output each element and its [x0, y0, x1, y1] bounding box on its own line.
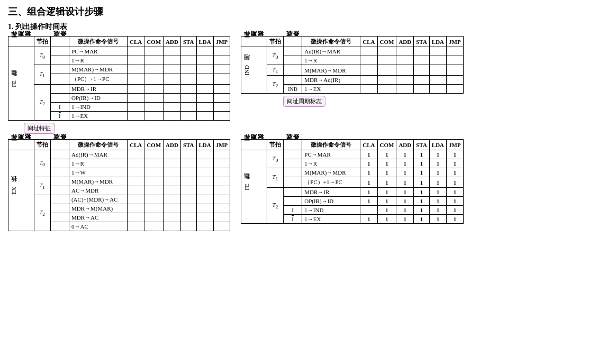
val: 1 — [396, 159, 414, 168]
op: Ad(IR)→MAR — [69, 150, 127, 159]
val: 1 — [414, 188, 430, 197]
val — [447, 76, 464, 85]
op: 1→EX — [302, 85, 360, 94]
cond — [50, 85, 69, 94]
val: 1 — [429, 159, 446, 168]
val — [429, 65, 446, 76]
table3-wrapper: 工作周期标记 节拍 状态条件 微操作命令信号 CLA COM ADD STA L… — [8, 139, 230, 231]
val — [196, 204, 213, 213]
val: 1 — [447, 159, 464, 168]
val: 1 — [429, 215, 446, 224]
val — [144, 186, 164, 195]
val: 1 — [377, 159, 396, 168]
val: 1 — [414, 215, 430, 224]
val — [144, 56, 164, 65]
cond — [283, 150, 302, 159]
th-cla-2: CLA — [360, 37, 377, 47]
val: 1 — [360, 150, 377, 159]
cond — [50, 213, 69, 222]
val — [196, 94, 213, 103]
table4-wrapper: 工作周期标记 节拍 状态条件 微操作命令信号 CLA COM ADD STA L… — [241, 139, 463, 224]
val: 1 — [447, 150, 464, 159]
val — [144, 103, 164, 112]
th-work-cycle-1: 工作周期标记 — [8, 37, 34, 47]
op: 1→EX — [69, 112, 127, 121]
val: 1 — [360, 168, 377, 177]
val — [196, 65, 213, 74]
val: 1 — [377, 206, 396, 215]
beat-t1-3: T1 — [34, 177, 50, 195]
val — [414, 47, 430, 56]
val: 1 — [396, 215, 414, 224]
beat-t2-3: T2 — [34, 195, 50, 231]
val — [127, 159, 144, 168]
val — [213, 56, 230, 65]
val: 1 — [447, 215, 464, 224]
op: MDR→Ad(IR) — [302, 76, 360, 85]
val — [144, 222, 164, 231]
val — [414, 65, 430, 76]
cond — [50, 56, 69, 65]
val — [164, 56, 181, 65]
val — [180, 150, 196, 159]
table2: 工作周期标记 节拍 状态条件 微操作命令信号 CLA COM ADD STA L… — [241, 36, 463, 94]
val — [164, 74, 181, 85]
cond-IND-bar: IND — [283, 85, 302, 94]
val — [144, 74, 164, 85]
op: 1→IND — [302, 206, 360, 215]
cond — [50, 168, 69, 177]
val — [196, 47, 213, 56]
th-com-1: COM — [144, 37, 164, 47]
val: 1 — [429, 197, 446, 206]
th-lda-2: LDA — [429, 37, 446, 47]
cond — [283, 47, 302, 56]
val — [144, 94, 164, 103]
cond — [50, 195, 69, 204]
val — [213, 150, 230, 159]
val — [377, 65, 396, 76]
val — [396, 65, 414, 76]
val — [144, 177, 164, 186]
th-jmp-2: JMP — [447, 37, 464, 47]
annotation-2: 间址周期标志 — [283, 96, 325, 107]
val — [414, 85, 430, 94]
val — [127, 204, 144, 213]
op: Ad(IR)→MAR — [302, 47, 360, 56]
table1: 工作周期标记 节拍 状态条件 微操作命令信号 CLA COM ADD STA L… — [8, 36, 230, 121]
op: OP(IR)→ID — [69, 94, 127, 103]
ex-label: EX执行 — [8, 150, 34, 231]
val — [144, 47, 164, 56]
op: （PC）+1→PC — [302, 177, 360, 188]
cond — [50, 222, 69, 231]
val — [180, 103, 196, 112]
op: 1→R — [302, 159, 360, 168]
table-row: T1 M(MAR)→MDR — [8, 177, 230, 186]
val — [127, 222, 144, 231]
th-beat-4: 节拍 — [267, 140, 283, 150]
table-row: T1 M(MAR)→MDR — [8, 65, 230, 74]
fe-label-4: FE取指 — [241, 150, 267, 224]
val — [164, 159, 181, 168]
val — [414, 56, 430, 65]
op: MDR→IR — [302, 188, 360, 197]
val — [213, 204, 230, 213]
val: 1 — [414, 197, 430, 206]
val — [377, 47, 396, 56]
op: MDR→IR — [69, 85, 127, 94]
val — [213, 213, 230, 222]
th-work-cycle-2: 工作周期标记 — [241, 37, 267, 47]
table1-wrapper: 工作周期标记 节拍 状态条件 微操作命令信号 CLA COM ADD STA L… — [8, 36, 230, 121]
val: 1 — [360, 197, 377, 206]
val — [164, 47, 181, 56]
val — [164, 112, 181, 121]
th-micro-2: 微操作命令信号 — [302, 37, 360, 47]
val — [360, 85, 377, 94]
val — [144, 150, 164, 159]
th-cla-3: CLA — [127, 140, 144, 150]
val: 1 — [414, 168, 430, 177]
val — [144, 204, 164, 213]
th-com-2: COM — [377, 37, 396, 47]
table-row: FE取指 T0 PC→MAR — [8, 47, 230, 56]
cond — [50, 65, 69, 74]
val — [196, 85, 213, 94]
